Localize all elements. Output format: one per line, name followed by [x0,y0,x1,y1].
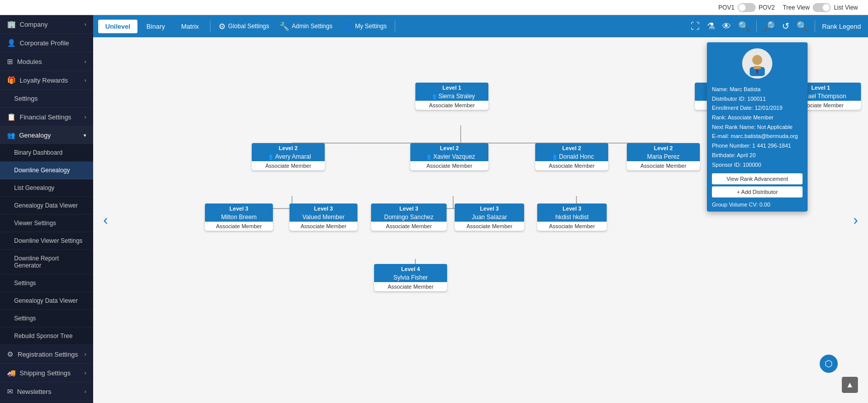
node-avery-level: Level 2 [252,143,325,152]
tab-matrix[interactable]: Matrix [174,20,206,33]
view-rank-btn[interactable]: View Rank Advancement [712,173,803,184]
floating-network-icon[interactable]: ⬡ [820,355,838,373]
shipping-arrow: › [85,370,86,376]
genealogy-submenu: Binary Dashboard Downline Genealogy List… [0,144,93,345]
sidebar-item-downline-genealogy[interactable]: Downline Genealogy [0,162,93,179]
node-sylvia-fisher[interactable]: Level 4 Sylvia Fisher Associate Member [374,264,447,291]
sidebar-item-modules[interactable]: ⊞ Modules › [0,52,93,71]
zoom-in-icon[interactable]: 🔎 [762,19,777,34]
profile-enrollment: Enrollment Date: 12/01/2019 [712,103,803,113]
sidebar-item-settings3[interactable]: Settings [0,310,93,327]
sidebar-item-rebuild-sponsor[interactable]: Rebuild Sponsor Tree [0,327,93,345]
financial-arrow: › [85,114,86,120]
divider1 [210,20,210,32]
node-sierra-straley[interactable]: Level 1 👥Sierra Straley Associate Member [415,83,488,110]
sidebar-item-downline-viewer-settings[interactable]: Downline Viewer Settings [0,232,93,250]
node-hkdist-name: hkdist hkdist [537,213,607,222]
profile-rank: Rank: Associate Member [712,113,803,122]
node-hkdist[interactable]: Level 3 hkdist hkdist Associate Member [537,204,607,231]
tab-binary[interactable]: Binary [139,20,172,33]
node-milton-breem[interactable]: Level 3 Milton Breem Associate Member [205,204,273,231]
sidebar-item-settings2[interactable]: Settings [0,275,93,292]
sidebar-item-genealogy-data-viewer[interactable]: Genealogy Data Viewer [0,197,93,215]
view-toggle[interactable] [813,3,831,12]
tree-nav-next[interactable]: › [848,207,863,233]
node-domingo-name: Domingo Sanchez [371,213,447,222]
genealogy-data-viewer2-label: Genealogy Data Viewer [14,297,78,304]
sidebar-item-viewer-settings[interactable]: Viewer Settings [0,215,93,232]
sidebar-item-settings[interactable]: Settings [0,90,93,108]
divider4 [815,20,815,32]
sidebar-item-downline-report[interactable]: Downline Report Generator [0,250,93,275]
content-area: Unilevel Binary Matrix ⚙ Global Settings… [93,15,868,403]
my-settings-btn[interactable]: 👤 My Settings [338,20,391,33]
node-domingo-sanchez[interactable]: Level 3 Domingo Sanchez Associate Member [371,204,447,231]
sidebar-item-list-genealogy[interactable]: List Genealogy [0,179,93,197]
node-maria-perez[interactable]: Level 2 Maria Perez Associate Member [627,143,700,170]
sidebar-item-loyalty-rewards[interactable]: 🎁 Loyalty Rewards › [0,71,93,90]
divider3 [756,20,757,32]
admin-settings-icon: 🔧 [279,22,290,31]
node-hkdist-type: Associate Member [537,222,607,231]
settings-label: Settings [14,95,38,102]
node-maria-name: Maria Perez [627,152,700,161]
zoom-out-icon[interactable]: 🔍 [794,19,810,34]
genealogy-arrow: ▾ [84,132,86,138]
company-label: Company [20,21,48,28]
node-juan-salazar[interactable]: Level 3 Juan Salazar Associate Member [455,204,524,231]
node-juan-type: Associate Member [455,222,524,231]
sidebar-item-binary-dashboard[interactable]: Binary Dashboard [0,144,93,162]
node-juan-level: Level 3 [455,204,524,213]
filter-icon[interactable]: ⚗ [705,19,717,34]
eye-icon[interactable]: 👁 [720,19,733,34]
sidebar-item-newsletters[interactable]: ✉ Newsletters › [0,382,93,401]
sidebar-genealogy-header[interactable]: 👥 Genealogy ▾ [0,126,93,144]
company-icon: 🏢 [7,20,16,28]
node-xavier-vazquez[interactable]: Level 2 👥Xavier Vazquez Associate Member [410,143,488,170]
modules-arrow: › [85,59,86,64]
sidebar-item-shipping[interactable]: 🚚 Shipping Settings › [0,364,93,382]
my-settings-label: My Settings [355,23,387,30]
corporate-label: Corporate Profile [20,39,69,47]
sidebar-item-registration[interactable]: ⚙ Registration Settings › [0,345,93,364]
registration-arrow: › [85,352,86,357]
shipping-icon: 🚚 [7,369,16,377]
node-sylvia-name: Sylvia Fisher [374,273,447,282]
settings3-label: Settings [14,315,36,322]
add-distributor-btn[interactable]: + Add Distributor [712,186,803,197]
downline-genealogy-label: Downline Genealogy [14,167,70,174]
profile-next-rank: Next Rank Name: Not Applicable [712,122,803,132]
genealogy-icon: 👥 [7,131,15,139]
global-settings-btn[interactable]: ⚙ Global Settings [214,20,273,33]
sidebar-item-company[interactable]: 🏢 Company › [0,15,93,34]
newsletters-label: Newsletters [17,388,51,395]
avatar [742,48,772,79]
profile-popup: Name: Marc Batista Distributor ID: 10001… [707,42,808,212]
settings2-label: Settings [14,280,36,287]
node-sylvia-type: Associate Member [374,282,447,291]
pov1-label: POV1 [718,4,735,11]
svg-rect-18 [754,66,761,69]
node-domingo-type: Associate Member [371,222,447,231]
sidebar-item-financial[interactable]: 📋 Financial Settings › [0,108,93,126]
node-avery-amaral[interactable]: Level 2 👥Avery Amaral Associate Member [252,143,325,170]
pov1-toggle[interactable] [738,3,756,12]
sidebar-item-corporate-profile[interactable]: 👤 Corporate Profile [0,34,93,52]
rank-legend-label[interactable]: Rank Legend [820,21,863,32]
profile-sponsor-id: Sponsor ID: 100000 [712,160,803,170]
profile-name: Name: Marc Batista [712,85,803,94]
tab-unilevel[interactable]: Unilevel [98,20,137,33]
node-donald-honc[interactable]: Level 2 👥Donald Honc Associate Member [535,143,608,170]
scroll-to-top-btn[interactable]: ▲ [842,377,858,393]
node-valued-member[interactable]: Level 3 Valued Member Associate Member [290,204,357,231]
admin-settings-btn[interactable]: 🔧 Admin Settings [275,20,337,33]
tree-nav-prev[interactable]: ‹ [98,207,113,233]
fullscreen-icon[interactable]: ⛶ [689,19,702,34]
node-juan-name: Juan Salazar [455,213,524,222]
search-icon[interactable]: 🔍 [736,19,751,34]
sidebar-item-genealogy-data-viewer2[interactable]: Genealogy Data Viewer [0,292,93,310]
sidebar-item-news-management[interactable]: 📰 News Management › [0,401,93,403]
tree-view-label: Tree View [783,4,810,11]
refresh-icon[interactable]: ↺ [780,19,791,34]
node-valued-level: Level 3 [290,204,357,213]
